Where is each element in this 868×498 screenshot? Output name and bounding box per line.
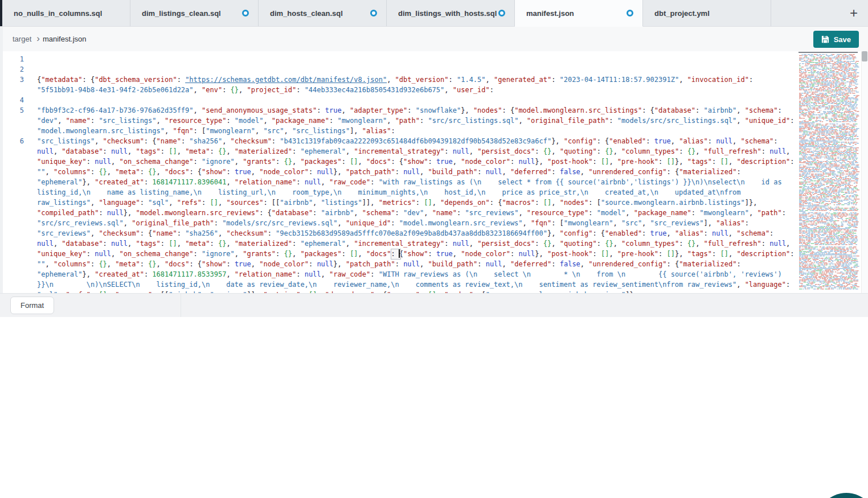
scrollbar-thumb[interactable] (862, 51, 867, 61)
tab-no-nulls-in-columns[interactable]: no_nulls_in_columns.sql (2, 0, 130, 26)
code-line: 6"src_listings", "checksum": {"name": "s… (0, 136, 868, 293)
floppy-disk-icon (821, 35, 829, 43)
line-number: 2 (0, 64, 24, 75)
format-button[interactable]: Format (10, 297, 54, 314)
tab-modified-indicator-icon[interactable] (498, 10, 505, 17)
vertical-scrollbar[interactable] (861, 51, 868, 293)
tab-bar-spacer: + (771, 0, 868, 26)
chevron-right-icon: › (36, 33, 40, 44)
help-chat-bubble-button[interactable] (817, 493, 868, 498)
new-tab-button[interactable]: + (847, 6, 860, 20)
tab-label: dim_hosts_clean.sql (270, 9, 343, 18)
breadcrumb-bar: target › manifest.json Save (0, 27, 868, 51)
tab-label: no_nulls_in_columns.sql (14, 9, 102, 18)
tab-manifest-json[interactable]: manifest.json (515, 0, 643, 27)
breadcrumb-folder: target (13, 35, 31, 43)
save-button[interactable]: Save (813, 31, 859, 48)
tab-bar: no_nulls_in_columns.sql dim_listings_cle… (0, 0, 868, 27)
text-cursor (399, 249, 400, 258)
line-number: 6 (0, 136, 24, 293)
tab-dim-listings-with-hosts[interactable]: dim_listings_with_hosts.sql (387, 0, 515, 26)
save-button-label: Save (834, 35, 851, 44)
line-number: 3 (0, 75, 24, 95)
tab-label: dbt_project.yml (654, 9, 710, 18)
code-lines: 123{"metadata": {"dbt_schema_version": "… (0, 54, 868, 293)
breadcrumb-file: manifest.json (43, 35, 87, 43)
line-number: 4 (0, 95, 24, 105)
code-line: 3{"metadata": {"dbt_schema_version": "ht… (0, 75, 868, 95)
code-editor[interactable]: 123{"metadata": {"dbt_schema_version": "… (0, 51, 868, 293)
tab-label: manifest.json (526, 9, 574, 18)
code-text (24, 64, 795, 75)
tab-modified-indicator-icon[interactable] (370, 10, 377, 17)
code-line: 2 (0, 64, 868, 75)
code-line: 1 (0, 54, 868, 64)
tab-dim-listings-clean[interactable]: dim_listings_clean.sql (130, 0, 259, 26)
code-text: "src_listings", "checksum": {"name": "sh… (24, 136, 795, 293)
panel-edge-strip (0, 27, 3, 317)
code-text: {"metadata": {"dbt_schema_version": "htt… (24, 75, 795, 95)
footer-divider (181, 294, 181, 318)
tab-label: dim_listings_with_hosts.sql (398, 9, 497, 18)
tab-modified-indicator-icon[interactable] (627, 10, 633, 17)
editor-footer-bar: Format (0, 293, 868, 317)
code-text (24, 95, 795, 105)
tab-dbt-project-yml[interactable]: dbt_project.yml (643, 0, 771, 26)
code-line: 4 (0, 95, 868, 105)
code-text: "fbb9f3c2-cf96-4a17-b736-976a62d35ff9", … (24, 105, 795, 136)
code-line: 5"fbb9f3c2-cf96-4a17-b736-976a62d35ff9",… (0, 105, 868, 136)
tab-modified-indicator-icon[interactable] (242, 10, 249, 17)
line-number: 1 (0, 54, 24, 64)
line-number: 5 (0, 105, 24, 136)
results-panel-empty (0, 317, 868, 498)
minimap[interactable] (797, 51, 861, 291)
tab-label: dim_listings_clean.sql (142, 9, 221, 18)
tab-dim-hosts-clean[interactable]: dim_hosts_clean.sql (259, 0, 387, 26)
code-text (24, 54, 795, 64)
